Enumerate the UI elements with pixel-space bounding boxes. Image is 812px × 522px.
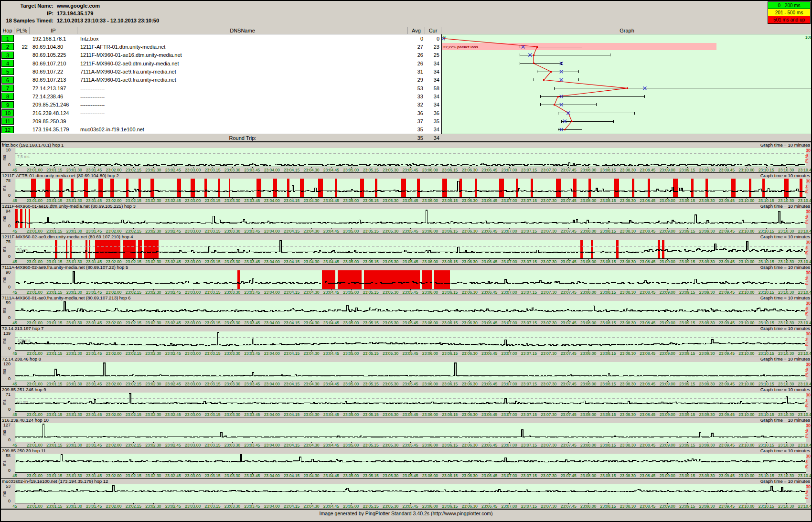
- time-tick-label: 23:03.15: [204, 198, 220, 203]
- hop-graph-plot[interactable]: 50 ms: [15, 393, 806, 412]
- column-header-avg[interactable]: Avg: [408, 27, 425, 34]
- time-tick-label: 23:09.30: [699, 412, 715, 417]
- time-tick-label: 23:04.45: [323, 382, 339, 386]
- time-tick-label: 23:08.00: [580, 504, 596, 509]
- hop-cell: 7: [1, 85, 14, 92]
- time-tick-label: 23:01.15: [46, 290, 62, 295]
- time-tick-label: 23:05.00: [343, 412, 359, 417]
- time-tick-label: 23:03.00: [185, 259, 201, 264]
- column-header-dnsname[interactable]: DNSName: [77, 27, 408, 34]
- hop-graph-plot[interactable]: 50 ms: [15, 240, 806, 259]
- hop-graph-section: 72.14.238.46 hop 8Graph time = 10 minute…: [1, 356, 811, 386]
- time-tick-label: 45: [12, 504, 17, 509]
- time-tick-label: 23:06.15: [442, 473, 458, 478]
- time-tick-label: 23:04.15: [284, 320, 299, 325]
- time-tick-label: 23:07.30: [541, 259, 556, 264]
- time-tick-label: 23:01.45: [86, 320, 102, 325]
- column-header-cur[interactable]: Cur: [425, 27, 441, 34]
- pl-axis-label: PL%: [804, 185, 809, 193]
- time-tick-label: 23:07.00: [501, 382, 517, 386]
- hop-graph-plot[interactable]: [15, 209, 806, 228]
- hop-graph-plot[interactable]: [15, 179, 806, 198]
- time-tick-label: 23:03.45: [244, 290, 260, 295]
- time-tick-label: 23:06.15: [442, 412, 458, 417]
- time-axis: 4523:01.0023:01.1523:01.3023:01.4523:02.…: [1, 228, 811, 234]
- hop-graph-plot[interactable]: [15, 270, 806, 289]
- time-tick-label: 23:07.30: [541, 290, 556, 295]
- time-tick-label: 23:08.15: [600, 168, 616, 172]
- time-tick-label: 23:06.00: [422, 443, 438, 447]
- hop-graph-plot[interactable]: 100 ms: [15, 331, 806, 351]
- time-tick-label: 23:08.00: [580, 351, 596, 356]
- time-tick-label: 23:06.45: [481, 320, 497, 325]
- column-header-pl[interactable]: PL%: [14, 27, 30, 34]
- hop-graph-header: 216.239.48.124 hop 10Graph time = 10 min…: [1, 417, 811, 423]
- time-tick-label: 23:06.15: [442, 320, 458, 325]
- time-tick-label: 23:10.15: [759, 504, 774, 509]
- pl-axis-label: PL%: [804, 429, 809, 438]
- avg-cell: 26: [408, 60, 425, 67]
- time-tick-label: 23:08.00: [580, 229, 596, 234]
- time-tick-label: 23:09.15: [679, 259, 695, 264]
- time-axis: 4523:01.0023:01.1523:01.3023:01.4523:02.…: [1, 198, 811, 203]
- ip-cell: 80.69.107.210: [30, 60, 77, 67]
- time-tick-label: 23:03.15: [204, 259, 220, 264]
- time-tick-label: 23:07.00: [501, 443, 517, 447]
- time-tick-label: 23:10.15: [759, 412, 774, 417]
- graph-time-label: Graph time = 10 minutes: [760, 203, 811, 209]
- time-tick-label: 23:08.45: [640, 504, 655, 509]
- time-tick-label: 23:04.45: [323, 229, 339, 234]
- time-tick-label: 23:04.15: [284, 412, 299, 417]
- time-tick-label: 23:07.30: [541, 320, 556, 325]
- hop-graph-plot[interactable]: [15, 301, 806, 320]
- time-tick-label: 23:01.30: [66, 412, 82, 417]
- hop-graph-plot[interactable]: [15, 362, 806, 381]
- time-tick-label: 45: [12, 382, 17, 386]
- round-trip-avg: 35: [408, 135, 425, 141]
- column-header-ip[interactable]: IP: [30, 27, 77, 34]
- footer-credit: Image generated by PingPlotter Standard …: [1, 509, 811, 522]
- time-tick-label: 23:03.00: [185, 443, 201, 447]
- time-tick-label: 23:08.30: [620, 229, 636, 234]
- y-max-label: 139: [1, 331, 12, 336]
- time-tick-label: 23:01.15: [46, 229, 62, 234]
- time-tick-label: 23:02.30: [145, 290, 161, 295]
- time-tick-label: 23:09.15: [679, 229, 695, 234]
- time-tick-label: 23:05.00: [343, 443, 359, 447]
- pingplotter-window: Target Name: www.google.com IP: 173.194.…: [0, 0, 812, 522]
- hop-graph-plot[interactable]: 7,5 ms: [15, 148, 806, 167]
- hop-graph-header: fritz.box (192.168.178.1) hop 1Graph tim…: [1, 142, 811, 148]
- time-tick-label: 23:02.30: [145, 473, 161, 478]
- time-tick-label: 23:09.15: [679, 198, 695, 203]
- time-tick-label: 23:03.30: [224, 290, 240, 295]
- time-tick-label: 23:08.45: [640, 412, 655, 417]
- time-tick-label: 23:04.00: [264, 320, 280, 325]
- hop-graph-title: 7111A-MX960-01-ae0.fra.unity-media.net (…: [1, 295, 131, 301]
- hop-graph-plot[interactable]: [15, 454, 806, 473]
- y-max-label: 90: [1, 270, 12, 275]
- time-tick-label: 23:03.30: [224, 443, 240, 447]
- hop-graph-plot[interactable]: [15, 423, 806, 442]
- time-tick-label: 23:02.30: [145, 168, 161, 172]
- hop-graph-plot[interactable]: [15, 484, 806, 503]
- time-tick-label: 23:03.45: [244, 382, 260, 386]
- time-tick-label: 23:10.00: [738, 229, 754, 234]
- time-tick-label: 23:02.00: [106, 412, 121, 417]
- y-max-label: 71: [1, 393, 12, 397]
- time-tick-label: 23:09.00: [660, 290, 675, 295]
- hop-graph-plot-row: 58ms030PL%: [1, 454, 811, 473]
- column-header-hop[interactable]: Hop: [1, 27, 14, 34]
- time-tick-label: 23:03.00: [185, 320, 201, 325]
- ms-unit-label: ms: [2, 491, 7, 496]
- time-tick-label: 23:05.30: [383, 443, 398, 447]
- time-tick-label: 23:07.45: [561, 259, 577, 264]
- time-tick-label: 23:07.00: [501, 229, 517, 234]
- column-header-graph[interactable]: Graph: [441, 27, 812, 34]
- pl-max-label: 30: [804, 301, 811, 306]
- pl-axis-label: PL%: [804, 215, 809, 224]
- route-latency-graph[interactable]: 22,22% packet loss0106: [441, 34, 812, 134]
- time-tick-label: 23:06.45: [481, 473, 497, 478]
- time-tick-label: 23:06.15: [442, 198, 458, 203]
- time-tick-label: 45: [12, 168, 17, 172]
- time-tick-label: 23:07.30: [541, 473, 556, 478]
